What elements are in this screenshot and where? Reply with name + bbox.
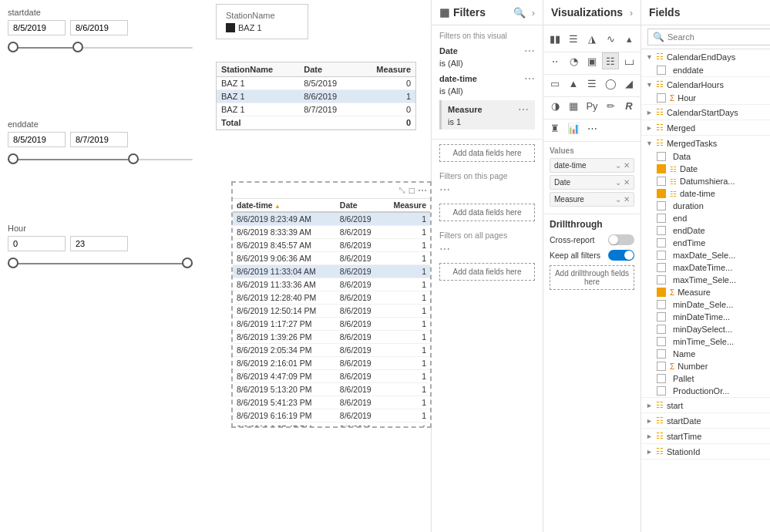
top-table-col-date[interactable]: Date (299, 62, 356, 77)
table-row[interactable]: 8/6/2019 8:45:57 AM8/6/20191 (233, 239, 430, 252)
table-row[interactable]: 8/6/2019 4:47:09 PM8/6/20191 (233, 370, 430, 383)
viz-icon-pie[interactable]: ◔ (565, 52, 582, 69)
startdate-thumb-right[interactable] (72, 42, 83, 52)
filter-page-dots[interactable]: ⋯ (439, 184, 450, 196)
viz-icon-gauge[interactable]: ◑ (546, 97, 563, 114)
bottom-col-date[interactable]: Date (336, 199, 382, 212)
top-table-col-station[interactable]: StationName (217, 62, 299, 77)
field-checkbox[interactable] (657, 238, 666, 247)
filter-expand-icon[interactable]: › (532, 7, 535, 19)
viz-icon-treemap[interactable]: ▣ (583, 52, 600, 69)
filter-date-title[interactable]: Date (439, 46, 458, 56)
field-checkbox[interactable] (657, 263, 666, 272)
field-group-header[interactable]: ►☷startTime (641, 429, 770, 443)
field-item[interactable]: ProductionOr... (641, 385, 770, 397)
field-item[interactable]: ☷Datumshiera... (641, 175, 770, 187)
viz-field-datetime-remove[interactable]: ✕ (624, 161, 630, 170)
field-checkbox[interactable] (657, 189, 666, 198)
bottom-col-datetime[interactable]: date-time (233, 199, 336, 212)
viz-icon-matrix[interactable]: ⌴ (620, 52, 637, 69)
field-checkbox[interactable] (657, 93, 666, 103)
startdate-thumb-left[interactable] (8, 42, 18, 52)
table-row[interactable]: 8/6/2019 11:33:36 AM8/6/20191 (233, 278, 430, 291)
viz-icon-stacked-bar[interactable]: ☰ (565, 30, 582, 47)
hour-thumb-right[interactable] (182, 258, 193, 268)
field-item[interactable]: Pallet (641, 372, 770, 385)
table-row[interactable]: 8/6/2019 5:13:20 PM8/6/20191 (233, 383, 430, 396)
viz-icon-custom2[interactable]: ✏ (602, 97, 619, 114)
table-row[interactable]: 8/6/2019 8:33:39 AM8/6/20191 (233, 226, 430, 239)
hour-from-input[interactable] (8, 236, 66, 251)
table-row[interactable]: 8/6/2019 11:33:04 AM8/6/20191 (233, 265, 430, 278)
filter-allpages-dots[interactable]: ⋯ (439, 243, 450, 255)
table-row[interactable]: 8/6/2019 8:23:49 AM8/6/20191 (233, 212, 430, 226)
viz-icon-scatter[interactable]: ⋅⋅ (546, 52, 563, 69)
field-item[interactable]: minTime_Sele... (641, 335, 770, 348)
filter-measure-dots[interactable]: ⋯ (518, 103, 529, 116)
more-icon[interactable]: ⋯ (418, 185, 427, 196)
table-row[interactable]: 8/6/2019 5:41:23 PM8/6/20191 (233, 396, 430, 409)
field-group-header[interactable]: ►☷StationId (641, 444, 770, 459)
enddate-thumb-left[interactable] (8, 153, 18, 164)
add-data-fields-btn-allpages[interactable]: Add data fields here (439, 263, 535, 281)
field-group-header[interactable]: ►☷start (641, 398, 770, 412)
table-row[interactable]: 8/6/2019 6:16:19 PM8/6/20191 (233, 409, 430, 423)
field-checkbox[interactable] (657, 201, 666, 210)
viz-field-measure-arrow[interactable]: ⌄ (615, 195, 621, 204)
enddate-slider[interactable] (8, 152, 193, 167)
field-item[interactable]: maxTime_Sele... (641, 274, 770, 286)
filter-measure-title[interactable]: Measure (448, 105, 483, 114)
viz-icon-python[interactable]: Py (583, 97, 600, 114)
field-item[interactable]: ΣNumber (641, 360, 770, 372)
field-item[interactable]: minDaySelect... (641, 323, 770, 335)
table-row[interactable]: 8/6/2019 1:39:26 PM8/6/20191 (233, 331, 430, 344)
enddate-thumb-right[interactable] (128, 153, 139, 164)
viz-icon-table[interactable]: ☷ (602, 52, 619, 69)
filter-search-icon[interactable]: 🔍 (513, 7, 526, 19)
field-checkbox[interactable] (657, 300, 666, 309)
filter-icon[interactable]: ␐ (398, 185, 406, 196)
field-item[interactable]: maxDateTime... (641, 261, 770, 274)
cross-report-toggle[interactable] (608, 234, 634, 245)
field-item[interactable]: duration (641, 200, 770, 212)
field-checkbox[interactable] (657, 349, 666, 359)
field-checkbox[interactable] (657, 312, 666, 322)
viz-icon-slicer[interactable]: ☰ (583, 75, 600, 92)
field-checkbox[interactable] (657, 362, 666, 371)
field-checkbox[interactable] (657, 152, 666, 161)
field-item[interactable]: enddate (641, 64, 770, 76)
bottom-col-measure[interactable]: Measure (382, 199, 430, 212)
viz-icon-funnel[interactable]: ◢ (620, 75, 637, 92)
add-drillthrough-btn[interactable]: Add drillthrough fields here (550, 265, 634, 290)
table-row[interactable]: 8/6/2019 2:05:34 PM8/6/20191 (233, 344, 430, 357)
table-row[interactable]: BAZ 18/5/20190 (217, 77, 415, 90)
bottom-table-scroll[interactable]: date-time Date Measure 8/6/2019 8:23:49 … (233, 199, 430, 426)
viz-icon-card[interactable]: ▭ (546, 75, 563, 92)
field-checkbox[interactable] (657, 337, 666, 346)
filter-datetime-dots[interactable]: ⋯ (524, 72, 535, 85)
enddate-to-input[interactable] (70, 132, 128, 147)
fields-search-input[interactable] (667, 32, 770, 42)
viz-field-date-remove[interactable]: ✕ (624, 178, 630, 187)
field-checkbox[interactable] (657, 251, 666, 260)
viz-icon-r[interactable]: R (620, 97, 637, 114)
enddate-from-input[interactable] (8, 132, 66, 147)
viz-icon-format[interactable]: ♜ (546, 120, 563, 136)
viz-field-measure-remove[interactable]: ✕ (624, 195, 630, 204)
add-data-fields-btn-page[interactable]: Add data fields here (439, 204, 535, 221)
field-group-header[interactable]: ►☷startDate (641, 413, 770, 428)
hour-slider[interactable] (8, 256, 193, 271)
field-item[interactable]: ☷Date (641, 163, 770, 175)
field-group-header[interactable]: ▼☷MergedTasks (641, 136, 770, 150)
field-group-header[interactable]: ►☷CalendarStartDays (641, 105, 770, 120)
field-group-header[interactable]: ►☷Merged (641, 120, 770, 135)
field-checkbox[interactable] (657, 214, 666, 223)
viz-icon-more[interactable]: ⋯ (583, 120, 600, 136)
field-item[interactable]: Data (641, 150, 770, 163)
table-row[interactable]: BAZ 18/6/20191 (217, 90, 415, 103)
viz-icon-bar[interactable]: ▮▮ (546, 30, 563, 47)
field-checkbox[interactable] (657, 374, 666, 383)
field-item[interactable]: ΣHour (641, 92, 770, 104)
filter-date-dots[interactable]: ⋯ (524, 45, 535, 57)
field-checkbox[interactable] (657, 177, 666, 186)
